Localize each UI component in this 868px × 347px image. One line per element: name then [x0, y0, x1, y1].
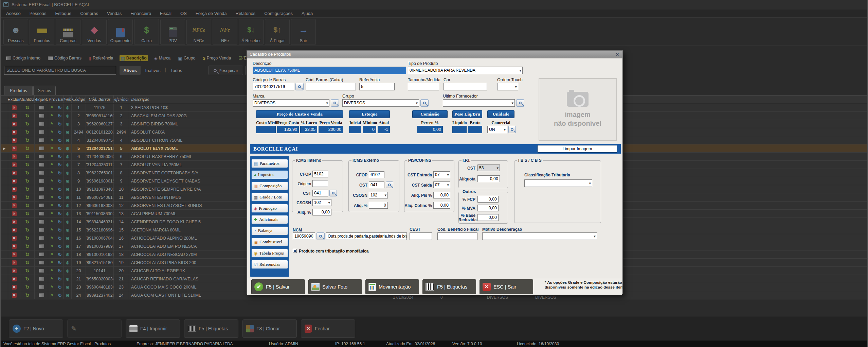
label-cell[interactable]: [35, 177, 48, 185]
delete-cell[interactable]: ✕: [8, 169, 20, 177]
menu-item[interactable]: OS: [180, 11, 187, 16]
cst-entrada-select[interactable]: 07: [433, 171, 450, 178]
dialog-action-button[interactable]: Salvar Foto: [308, 279, 362, 294]
hist-cell[interactable]: [56, 193, 64, 201]
label-cell[interactable]: [35, 153, 48, 160]
menu-item[interactable]: Configurações: [264, 11, 293, 16]
partial-chip-icon[interactable]: [241, 55, 245, 60]
delete-cell[interactable]: ✕: [8, 161, 20, 169]
update-cell[interactable]: [20, 128, 35, 136]
comissao-group-header[interactable]: Comissão: [412, 110, 448, 118]
unidade-group-header[interactable]: Unidade: [487, 110, 514, 118]
hist-cell[interactable]: [56, 112, 64, 120]
label-cell[interactable]: [35, 218, 48, 226]
classificacao-select[interactable]: [524, 179, 592, 187]
side-tab[interactable]: Adicionais: [251, 215, 288, 224]
pro-cell[interactable]: [48, 226, 56, 234]
web-cell[interactable]: [64, 242, 72, 250]
ncm-field[interactable]: 19059090: [293, 232, 315, 240]
toolbar-button[interactable]: Pessoas: [3, 19, 28, 45]
hist-cell[interactable]: [56, 226, 64, 234]
hist-cell[interactable]: [56, 202, 64, 209]
delete-cell[interactable]: ✕: [8, 202, 20, 209]
web-cell[interactable]: [64, 250, 72, 258]
pro-cell[interactable]: [48, 136, 56, 144]
web-cell[interactable]: [64, 169, 72, 177]
label-cell[interactable]: [35, 259, 48, 266]
filter-chip[interactable]: Referência: [88, 55, 115, 61]
hist-cell[interactable]: [56, 210, 64, 218]
delete-cell[interactable]: ✕: [8, 283, 20, 291]
aliq-cofins-field[interactable]: 0,00: [433, 202, 450, 209]
delete-cell[interactable]: ✕: [8, 136, 20, 144]
preco-venda-field[interactable]: 200,00: [319, 126, 343, 133]
percen-field[interactable]: 0,00: [417, 126, 443, 133]
bottom-button[interactable]: F8 | Clonar: [242, 319, 297, 338]
aliq-pis-field[interactable]: 0,00: [433, 192, 450, 198]
hist-cell[interactable]: [56, 218, 64, 226]
label-cell[interactable]: [35, 291, 48, 299]
toolbar-button[interactable]: Á Receber: [239, 19, 264, 45]
label-cell[interactable]: [35, 210, 48, 218]
label-cell[interactable]: [35, 226, 48, 234]
status-filter-inativos[interactable]: Inativos: [143, 66, 163, 75]
pro-cell[interactable]: [48, 218, 56, 226]
delete-cell[interactable]: ✕: [8, 128, 20, 136]
delete-cell[interactable]: ✕: [8, 291, 20, 299]
hist-cell[interactable]: [56, 136, 64, 144]
unidade-search-button[interactable]: [508, 126, 516, 133]
icms-ext-cst-field[interactable]: 041: [369, 181, 384, 188]
update-cell[interactable]: [20, 177, 35, 185]
icms-int-cst-search[interactable]: [329, 190, 337, 196]
marca-search-button[interactable]: [331, 99, 339, 107]
unidade-select[interactable]: UN: [487, 126, 507, 133]
update-cell[interactable]: [20, 242, 35, 250]
label-cell[interactable]: [35, 120, 48, 128]
delete-cell[interactable]: ✕: [8, 234, 20, 242]
mva-field[interactable]: 0,00: [477, 205, 499, 211]
limpar-imagem-button[interactable]: Limpar Imagem: [537, 145, 617, 153]
update-cell[interactable]: [20, 291, 35, 299]
delete-cell[interactable]: ✕: [8, 259, 20, 266]
update-cell[interactable]: [20, 275, 35, 283]
tab-produtos[interactable]: Produtos: [4, 86, 33, 95]
pro-cell[interactable]: [48, 177, 56, 185]
hist-cell[interactable]: [56, 161, 64, 169]
pro-cell[interactable]: [48, 104, 56, 111]
monofasica-checkbox[interactable]: [293, 249, 297, 253]
fornecedor-search-button[interactable]: [516, 99, 524, 107]
update-cell[interactable]: [20, 120, 35, 128]
update-cell[interactable]: [20, 193, 35, 201]
ipi-cst-select[interactable]: 53: [477, 164, 500, 171]
update-cell[interactable]: [20, 136, 35, 144]
pro-cell[interactable]: [48, 169, 56, 177]
icms-int-cfop-field[interactable]: 5102: [312, 171, 328, 177]
label-cell[interactable]: [35, 112, 48, 120]
dialog-action-button[interactable]: Movimentação: [365, 279, 419, 294]
side-tab[interactable]: Referencias: [251, 260, 288, 269]
update-cell[interactable]: [20, 234, 35, 242]
codigo-barras-field[interactable]: 7312040217519: [253, 83, 294, 90]
web-cell[interactable]: [64, 234, 72, 242]
menu-item[interactable]: Acesso: [6, 11, 21, 16]
codigo-barras-search-button[interactable]: [295, 83, 304, 90]
ncm-desc-select[interactable]: Outs.prods.de padaria,pastelaria,inds.de…: [326, 232, 407, 240]
web-cell[interactable]: [64, 291, 72, 299]
filter-chip[interactable]: Grupo: [177, 55, 197, 61]
hist-cell[interactable]: [56, 120, 64, 128]
delete-cell[interactable]: ✕: [8, 275, 20, 283]
menu-item[interactable]: Força de Venda: [196, 11, 227, 16]
bottom-button[interactable]: F2 | Novo: [9, 319, 63, 338]
marca-select[interactable]: DIVERSOS: [253, 99, 329, 107]
status-filter-todos[interactable]: Todos: [168, 66, 185, 75]
pro-cell[interactable]: [48, 128, 56, 136]
label-cell[interactable]: [35, 202, 48, 209]
filter-chip[interactable]: Código Barras: [47, 55, 83, 61]
hist-cell[interactable]: [56, 234, 64, 242]
update-cell[interactable]: [20, 104, 35, 111]
delete-cell[interactable]: ✕: [8, 267, 20, 275]
icms-int-cst-field[interactable]: 041: [312, 190, 328, 196]
pro-cell[interactable]: [48, 144, 56, 152]
bottom-button[interactable]: F5 | Etiquetas: [184, 319, 238, 338]
icms-int-csosn-select[interactable]: 102: [312, 199, 331, 206]
